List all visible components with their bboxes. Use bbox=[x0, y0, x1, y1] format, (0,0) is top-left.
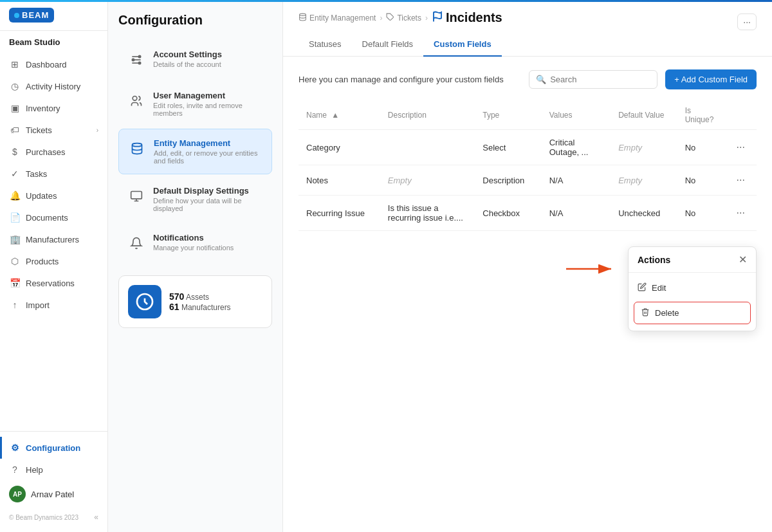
table-row: Notes Empty Description N/A Empty No ··· bbox=[299, 165, 757, 196]
config-item-name: Account Settings bbox=[153, 50, 264, 59]
search-icon: 🔍 bbox=[536, 75, 546, 84]
cell-unique: No bbox=[677, 130, 725, 165]
config-item-name: User Management bbox=[153, 91, 264, 100]
config-item-entity-management[interactable]: Entity Management Add, edit, or remove y… bbox=[118, 129, 272, 174]
tab-default-fields[interactable]: Default Fields bbox=[352, 33, 423, 57]
sidebar-item-documents[interactable]: 📄 Documents bbox=[0, 206, 107, 228]
sidebar-item-label: Import bbox=[26, 300, 50, 310]
config-item-default-display[interactable]: Default Display Settings Define how your… bbox=[118, 177, 272, 221]
sidebar-item-reservations[interactable]: 📅 Reservations bbox=[0, 272, 107, 294]
gear-icon: ⚙ bbox=[9, 442, 21, 454]
col-header-desc: Description bbox=[380, 101, 475, 130]
breadcrumb-tickets-label: Tickets bbox=[397, 14, 421, 23]
config-item-name: Notifications bbox=[153, 233, 264, 243]
col-header-type: Type bbox=[475, 101, 541, 130]
svg-point-5 bbox=[138, 62, 140, 64]
cell-unique: No bbox=[677, 196, 725, 231]
question-icon: ? bbox=[9, 464, 21, 475]
sidebar-item-inventory[interactable]: ▣ Inventory bbox=[0, 97, 107, 119]
sidebar-item-tickets[interactable]: 🏷 Tickets › bbox=[0, 119, 107, 141]
avatar: AP bbox=[9, 486, 26, 502]
dollar-icon: $ bbox=[9, 146, 21, 158]
cell-type: Checkbox bbox=[475, 196, 541, 231]
grid-icon: ⊞ bbox=[9, 59, 21, 70]
sidebar-item-label: Documents bbox=[26, 213, 68, 223]
search-input[interactable] bbox=[550, 75, 650, 84]
sort-icon: ▲ bbox=[331, 111, 339, 120]
cell-values: N/A bbox=[542, 196, 611, 231]
sidebar-item-products[interactable]: ⬡ Products bbox=[0, 250, 107, 272]
sidebar-item-manufacturers[interactable]: 🏢 Manufacturers bbox=[0, 228, 107, 250]
action-edit[interactable]: Edit bbox=[629, 277, 756, 299]
nav-items: ⊞ Dashboard ◷ Activity History ▣ Invento… bbox=[0, 51, 107, 431]
logo-dot bbox=[14, 13, 19, 18]
close-popup-button[interactable]: ✕ bbox=[739, 253, 747, 266]
search-box[interactable]: 🔍 bbox=[529, 70, 657, 89]
config-item-text: Notifications Manage your notifications bbox=[153, 233, 264, 252]
sidebar-item-configuration[interactable]: ⚙ Configuration bbox=[0, 437, 107, 459]
action-delete[interactable]: Delete bbox=[634, 302, 751, 324]
sidebar-item-label: Dashboard bbox=[26, 60, 67, 69]
cell-values: Critical Outage, ... bbox=[542, 130, 611, 165]
chevron-right-icon: › bbox=[96, 127, 98, 134]
top-bar bbox=[0, 0, 772, 2]
tab-statuses[interactable]: Statuses bbox=[299, 33, 352, 57]
arrow-indicator bbox=[566, 259, 618, 281]
assets-number: 570 bbox=[169, 291, 184, 302]
col-header-default: Default Value bbox=[611, 101, 677, 130]
sliders-icon bbox=[126, 50, 147, 70]
config-item-text: Entity Management Add, edit, or remove y… bbox=[154, 138, 264, 165]
collapse-button[interactable]: « bbox=[94, 513, 98, 522]
sidebar-item-updates[interactable]: 🔔 Updates bbox=[0, 185, 107, 206]
sidebar-item-import[interactable]: ↑ Import bbox=[0, 294, 107, 316]
cell-default: Empty bbox=[611, 165, 677, 196]
add-custom-field-button[interactable]: + Add Custom Field bbox=[665, 69, 757, 89]
bell-icon: 🔔 bbox=[9, 190, 21, 201]
sidebar-item-purchases[interactable]: $ Purchases bbox=[0, 141, 107, 163]
cell-type: Description bbox=[475, 165, 541, 196]
sidebar-item-activity-history[interactable]: ◷ Activity History bbox=[0, 75, 107, 97]
config-item-name: Default Display Settings bbox=[153, 186, 264, 196]
col-header-unique: Is Unique? bbox=[677, 101, 725, 130]
cell-default: Empty bbox=[611, 130, 677, 165]
tab-custom-fields[interactable]: Custom Fields bbox=[423, 33, 502, 57]
row-actions-button[interactable]: ··· bbox=[733, 173, 749, 187]
breadcrumb-entity-label: Entity Management bbox=[309, 14, 376, 23]
table-row: Category Select Critical Outage, ... Emp… bbox=[299, 130, 757, 165]
config-item-user-management[interactable]: User Management Edit roles, invite and r… bbox=[118, 82, 272, 126]
col-header-values: Values bbox=[542, 101, 611, 130]
sidebar-item-label: Tickets bbox=[26, 125, 52, 135]
cell-type: Select bbox=[475, 130, 541, 165]
cell-default: Unchecked bbox=[611, 196, 677, 231]
box-icon: ▣ bbox=[9, 102, 21, 114]
sidebar-item-help[interactable]: ? Help bbox=[0, 459, 107, 481]
toolbar: Here you can manage and configure your c… bbox=[299, 69, 757, 89]
breadcrumb-entity-management[interactable]: Entity Management bbox=[299, 13, 376, 23]
sidebar-item-label: Reservations bbox=[26, 279, 75, 288]
row-actions-button[interactable]: ··· bbox=[733, 140, 749, 154]
logo-text: BEAM bbox=[22, 10, 49, 20]
user-menu[interactable]: AP Arnav Patel bbox=[0, 481, 107, 508]
users-icon bbox=[126, 91, 147, 111]
more-options-button[interactable]: ··· bbox=[737, 14, 757, 30]
col-header-action bbox=[725, 101, 757, 130]
building-icon: 🏢 bbox=[9, 234, 21, 245]
svg-point-3 bbox=[138, 55, 140, 57]
custom-fields-table: Name ▲ Description Type Values Default V… bbox=[299, 101, 757, 231]
row-actions-button-recurring[interactable]: ··· bbox=[733, 206, 749, 220]
breadcrumb-tickets[interactable]: Tickets bbox=[386, 13, 421, 23]
sidebar-item-label: Help bbox=[26, 465, 43, 475]
copyright-text: © Beam Dynamics 2023 bbox=[9, 514, 78, 521]
col-header-name: Name ▲ bbox=[299, 101, 380, 130]
sidebar-item-tasks[interactable]: ✓ Tasks bbox=[0, 163, 107, 185]
sidebar-item-dashboard[interactable]: ⊞ Dashboard bbox=[0, 53, 107, 75]
config-item-notifications[interactable]: Notifications Manage your notifications bbox=[118, 224, 272, 262]
config-item-text: User Management Edit roles, invite and r… bbox=[153, 91, 264, 117]
config-item-account-settings[interactable]: Account Settings Details of the account bbox=[118, 41, 272, 79]
display-icon bbox=[126, 186, 147, 206]
flag-breadcrumb-icon bbox=[432, 11, 443, 24]
manufacturers-number: 61 bbox=[169, 302, 179, 312]
app-name: Beam Studio bbox=[0, 31, 107, 51]
cell-action: ··· bbox=[725, 130, 757, 165]
config-item-name: Entity Management bbox=[154, 138, 264, 148]
